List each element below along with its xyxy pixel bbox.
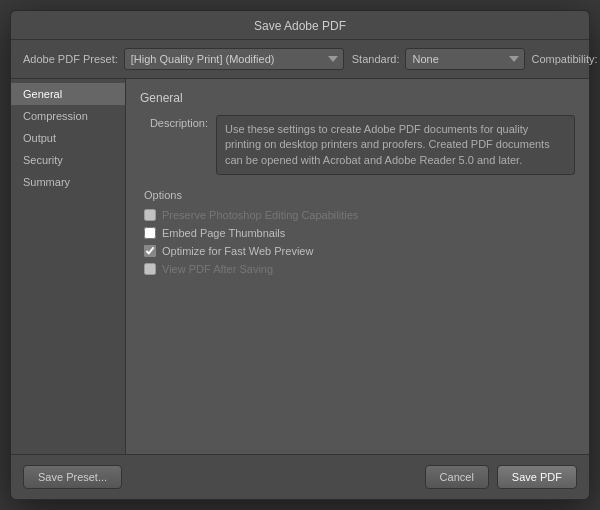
options-section: Options Preserve Photoshop Editing Capab… [140,189,575,275]
standard-select[interactable]: None [405,48,525,70]
sidebar-item-summary[interactable]: Summary [11,171,125,193]
bottom-bar: Save Preset... Cancel Save PDF [11,454,589,499]
sidebar-item-output[interactable]: Output [11,127,125,149]
preserve-checkbox [144,209,156,221]
checkbox-optimize: Optimize for Fast Web Preview [144,245,575,257]
optimize-checkbox[interactable] [144,245,156,257]
description-text: Use these settings to create Adobe PDF d… [216,115,575,175]
checkbox-preserve: Preserve Photoshop Editing Capabilities [144,209,575,221]
embed-checkbox[interactable] [144,227,156,239]
content-area: General Description: Use these settings … [126,79,589,454]
preset-select[interactable]: [High Quality Print] (Modified) [124,48,344,70]
view-label: View PDF After Saving [162,263,273,275]
checkbox-embed: Embed Page Thumbnails [144,227,575,239]
embed-label[interactable]: Embed Page Thumbnails [162,227,285,239]
main-area: General Compression Output Security Summ… [11,79,589,454]
sidebar: General Compression Output Security Summ… [11,79,126,454]
compatibility-label: Compatibility: [531,53,597,65]
section-title: General [140,91,575,105]
bottom-right-buttons: Cancel Save PDF [425,465,577,489]
view-checkbox [144,263,156,275]
options-label: Options [144,189,575,201]
sidebar-item-general[interactable]: General [11,83,125,105]
preset-row: Adobe PDF Preset: [High Quality Print] (… [23,48,344,70]
sidebar-item-security[interactable]: Security [11,149,125,171]
description-label: Description: [140,115,208,175]
cancel-button[interactable]: Cancel [425,465,489,489]
save-preset-button[interactable]: Save Preset... [23,465,122,489]
checkbox-view: View PDF After Saving [144,263,575,275]
sidebar-item-compression[interactable]: Compression [11,105,125,127]
save-pdf-dialog: Save Adobe PDF Adobe PDF Preset: [High Q… [10,10,590,500]
optimize-label[interactable]: Optimize for Fast Web Preview [162,245,313,257]
description-row: Description: Use these settings to creat… [140,115,575,175]
preserve-label: Preserve Photoshop Editing Capabilities [162,209,358,221]
save-pdf-button[interactable]: Save PDF [497,465,577,489]
top-controls: Adobe PDF Preset: [High Quality Print] (… [11,40,589,79]
preset-label: Adobe PDF Preset: [23,53,118,65]
standard-row: Standard: None Compatibility: Acrobat 5 … [352,48,600,70]
dialog-title: Save Adobe PDF [11,11,589,40]
standard-label: Standard: [352,53,400,65]
